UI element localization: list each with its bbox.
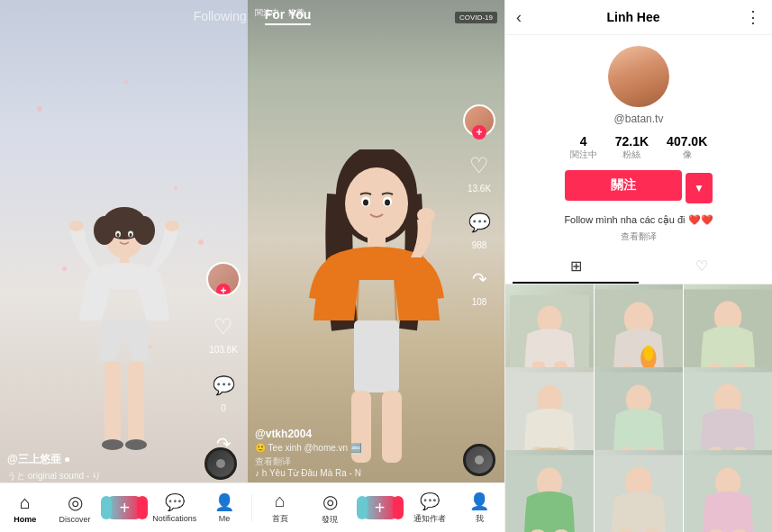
discover-label: Discover	[59, 515, 91, 524]
nav-home[interactable]: ⌂ Home	[3, 492, 48, 524]
spinning-record-2	[463, 444, 495, 476]
nav-divider	[251, 494, 252, 521]
video-sound-1: うと original sound - り	[7, 470, 203, 482]
svg-point-14	[125, 439, 147, 450]
svg-point-19	[363, 200, 368, 206]
profile-stats: 4 関注中 72.1K 粉絲 407.0K 像	[570, 134, 708, 161]
video-info-1: @三上悠亜 ● うと original sound - り	[7, 452, 203, 482]
follow-dropdown[interactable]: ▼	[686, 173, 713, 203]
video-item-2[interactable]: 関注中 推薦 COVID-19 + ♡ 13.6K 💬	[248, 0, 504, 532]
me-label: Me	[219, 514, 231, 523]
tab-liked[interactable]: ♡	[639, 250, 765, 284]
nav-notifications2[interactable]: 💬 通知作者	[407, 491, 452, 525]
like-button-1[interactable]: ♡ 103.8K	[207, 311, 240, 355]
svg-point-6	[116, 233, 119, 237]
discover2-label: 發現	[322, 514, 338, 526]
video-username-1: @三上悠亜 ●	[7, 452, 203, 467]
tab-grid[interactable]: ⊞	[513, 250, 639, 284]
spinning-record-1	[204, 447, 237, 480]
notifications-icon: 💬	[165, 492, 185, 512]
stat-following: 4 関注中	[570, 134, 597, 161]
more-button[interactable]: ⋮	[745, 7, 761, 27]
home2-icon: ⌂	[275, 491, 286, 511]
liked-icon: ♡	[695, 257, 708, 275]
grid-icon: ⊞	[570, 257, 582, 275]
following-value: 4	[580, 134, 587, 149]
stat-likes: 407.0K 像	[667, 134, 707, 161]
svg-point-2	[94, 216, 115, 245]
nav-home2[interactable]: ⌂ 首頁	[258, 491, 303, 525]
svg-rect-11	[104, 361, 121, 446]
follow-button[interactable]: 關注	[565, 170, 682, 201]
grid-item-8[interactable]: LiNH...	[684, 450, 772, 532]
discover2-icon: ◎	[322, 491, 338, 512]
grid-item-6[interactable]: ▶ 2.77K	[505, 450, 594, 532]
back-button[interactable]: ‹	[516, 8, 522, 27]
nav-add2[interactable]: +	[358, 496, 403, 519]
share-button-2[interactable]: ↷ 108	[463, 263, 495, 307]
nav-me2[interactable]: 👤 我	[457, 491, 502, 525]
profile-handle: @batan.tv	[614, 113, 664, 125]
profile-avatar	[608, 46, 669, 107]
svg-point-35	[643, 346, 653, 361]
home2-label: 首頁	[272, 513, 288, 525]
stat-followers: 72.1K 粉絲	[615, 134, 649, 161]
video-description-2: 🙂 Tee xinh @home.vn 🔤	[255, 443, 459, 453]
nav-me[interactable]: 👤 Me	[202, 492, 247, 523]
bio-translate[interactable]: 查看翻译	[621, 230, 657, 243]
svg-point-22	[417, 208, 435, 222]
video-item-1[interactable]: ♡ 103.8K 💬 0 ↷ @三上悠亜 ● うと original sound…	[0, 0, 248, 532]
nav-add[interactable]: +	[102, 496, 147, 519]
video-username-2: @vtkh2004	[255, 428, 459, 440]
notifications2-label: 通知作者	[413, 513, 446, 525]
nav-discover2[interactable]: ◎ 發現	[307, 491, 352, 526]
following-label: 関注中	[570, 149, 597, 161]
svg-point-3	[133, 216, 155, 245]
profile-bio: Follow mình nha các cậu đi ❤️❤️	[564, 213, 713, 227]
notifications2-icon: 💬	[420, 491, 440, 511]
follow-btn-wrapper: 關注 ▼	[565, 170, 713, 206]
avatar-follow-2[interactable]: +	[463, 104, 495, 137]
likes-label: 像	[683, 149, 692, 161]
profile-panel: ‹ Linh Hee ⋮ @batan.tv 4 関注中 72.1K 粉絲 40…	[504, 0, 772, 532]
avatar-follow[interactable]	[206, 262, 241, 296]
tab-following[interactable]: Following	[194, 9, 247, 23]
feed-panel: Following For You	[0, 0, 504, 532]
profile-header: ‹ Linh Hee ⋮	[505, 0, 772, 35]
video-sound-2: ♪ h Yêu Từ Đâu Mà Ra - N	[255, 468, 459, 478]
notifications-label: Notifications	[152, 514, 196, 523]
profile-info: @batan.tv 4 関注中 72.1K 粉絲 407.0K 像 關注 ▼ F…	[505, 35, 772, 250]
comment-button-2[interactable]: 💬 988	[463, 206, 495, 250]
svg-point-10	[165, 221, 179, 231]
home-icon: ⌂	[20, 492, 31, 513]
video-actions-1: ♡ 103.8K 💬 0 ↷	[206, 262, 241, 460]
videos-container: ♡ 103.8K 💬 0 ↷ @三上悠亜 ● うと original sound…	[0, 0, 504, 532]
discover-icon: ◎	[68, 491, 83, 513]
me2-icon: 👤	[469, 491, 489, 511]
me-icon: 👤	[214, 492, 234, 512]
grid-item-7[interactable]	[595, 450, 683, 532]
followers-value: 72.1K	[615, 134, 649, 149]
home-label: Home	[14, 515, 36, 524]
add-button[interactable]: +	[106, 496, 142, 519]
feed-header: Following For You	[0, 0, 504, 32]
svg-rect-12	[128, 361, 144, 446]
followers-label: 粉絲	[622, 149, 640, 161]
video-info-2: @vtkh2004 🙂 Tee xinh @home.vn 🔤 查看翻译 ♪ h…	[255, 428, 459, 478]
svg-point-7	[129, 233, 132, 237]
translate-link-2[interactable]: 查看翻译	[255, 455, 459, 468]
nav-discover[interactable]: ◎ Discover	[52, 491, 97, 524]
svg-point-16	[345, 167, 408, 239]
svg-point-20	[385, 200, 390, 206]
video-actions-2: + ♡ 13.6K 💬 988 ↷ 108	[463, 104, 495, 307]
svg-point-13	[102, 439, 123, 450]
profile-name: Linh Hee	[606, 10, 659, 24]
profile-tabs: ⊞ ♡	[505, 250, 772, 284]
svg-rect-23	[354, 320, 399, 392]
add-button-2[interactable]: +	[362, 496, 398, 519]
nav-notifications[interactable]: 💬 Notifications	[152, 492, 197, 523]
tab-for-you[interactable]: For You	[265, 7, 312, 25]
comment-button-1[interactable]: 💬 0	[207, 369, 240, 413]
like-button-2[interactable]: ♡ 13.6K	[463, 149, 495, 194]
likes-value: 407.0K	[667, 134, 707, 149]
